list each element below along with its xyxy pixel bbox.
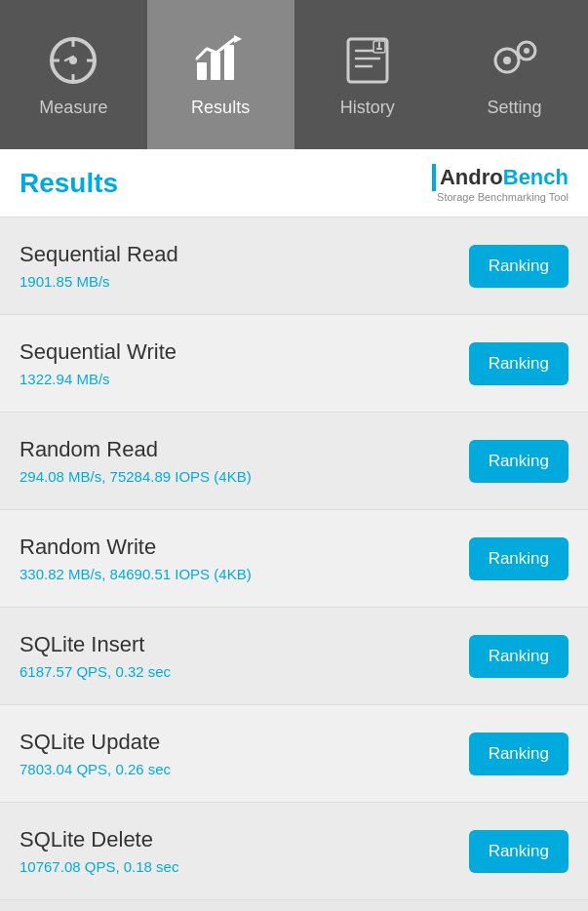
result-info: SQLite Insert 6187.57 QPS, 0.32 sec [20,632,171,680]
nav-item-results[interactable]: Results [147,0,294,149]
result-item: Sequential Read 1901.85 MB/s Ranking [0,218,588,315]
result-item: SQLite Delete 10767.08 QPS, 0.18 sec Ran… [0,803,588,900]
result-info: SQLite Update 7803.04 QPS, 0.26 sec [20,730,171,777]
result-info: Random Read 294.08 MB/s, 75284.89 IOPS (… [20,437,252,485]
svg-marker-10 [234,35,242,43]
svg-point-21 [524,48,529,54]
svg-rect-7 [197,62,207,80]
ranking-button[interactable]: Ranking [469,537,568,580]
result-item: Random Read 294.08 MB/s, 75284.89 IOPS (… [0,413,588,510]
result-item: Random Write 330.82 MB/s, 84690.51 IOPS … [0,510,588,608]
page-header: Results AndroBench Storage Benchmarking … [0,149,588,218]
measure-icon [44,31,102,90]
ranking-button[interactable]: Ranking [469,733,568,775]
brand-name-row: AndroBench [432,164,568,191]
svg-rect-9 [224,45,234,80]
results-icon [191,31,250,90]
setting-label: Setting [488,98,542,118]
svg-point-19 [503,57,511,64]
result-name: Sequential Read [20,242,178,267]
result-name: SQLite Delete [20,827,178,852]
measure-label: Measure [39,98,107,118]
ranking-button[interactable]: Ranking [469,245,568,288]
ranking-button[interactable]: Ranking [469,440,568,483]
results-list: Sequential Read 1901.85 MB/s Ranking Seq… [0,218,588,900]
setting-icon [486,31,544,90]
result-item: SQLite Insert 6187.57 QPS, 0.32 sec Rank… [0,608,588,705]
result-info: SQLite Delete 10767.08 QPS, 0.18 sec [20,827,178,875]
svg-rect-8 [211,53,220,80]
result-value: 10767.08 QPS, 0.18 sec [20,858,178,875]
result-value: 330.82 MB/s, 84690.51 IOPS (4KB) [20,566,252,582]
brand-name-part1: Andro [440,165,503,189]
result-value: 1322.94 MB/s [20,371,176,387]
ranking-button[interactable]: Ranking [469,635,568,678]
result-name: Random Write [20,535,252,560]
brand-subtitle: Storage Benchmarking Tool [437,191,568,203]
result-item: SQLite Update 7803.04 QPS, 0.26 sec Rank… [0,705,588,803]
result-value: 7803.04 QPS, 0.26 sec [20,761,171,777]
result-item: Sequential Write 1322.94 MB/s Ranking [0,315,588,413]
nav-item-history[interactable]: History [294,0,442,149]
result-name: SQLite Insert [20,632,171,657]
history-label: History [340,98,395,118]
brand-accent-bar [432,164,436,191]
page-title: Results [20,168,118,199]
ranking-button[interactable]: Ranking [469,830,568,873]
result-name: SQLite Update [20,730,171,755]
history-icon [338,31,397,90]
brand-section: AndroBench Storage Benchmarking Tool [432,164,568,203]
brand-name: AndroBench [440,165,568,190]
result-info: Sequential Write 1322.94 MB/s [20,339,176,387]
brand-name-part2: Bench [503,165,568,189]
result-info: Random Write 330.82 MB/s, 84690.51 IOPS … [20,535,252,582]
result-value: 6187.57 QPS, 0.32 sec [20,663,171,680]
result-value: 294.08 MB/s, 75284.89 IOPS (4KB) [20,468,252,485]
nav-item-measure[interactable]: Measure [0,0,147,149]
ranking-button[interactable]: Ranking [469,342,568,385]
result-name: Random Read [20,437,252,462]
result-info: Sequential Read 1901.85 MB/s [20,242,178,290]
nav-bar: Measure Results [0,0,588,149]
result-name: Sequential Write [20,339,176,365]
nav-item-setting[interactable]: Setting [441,0,588,149]
result-value: 1901.85 MB/s [20,273,178,290]
results-label: Results [191,98,250,118]
